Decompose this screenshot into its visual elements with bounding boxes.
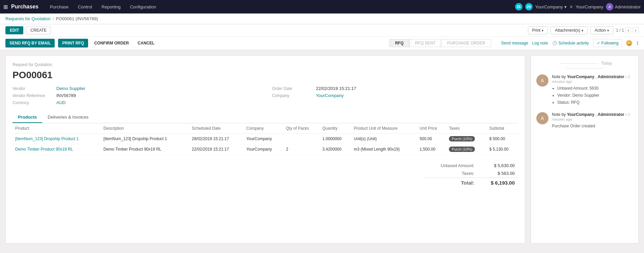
chatter-msg-body-1: Note by YourCompany , Administrator - 2 …	[552, 74, 633, 107]
taxes-value: $ 563.00	[478, 170, 517, 177]
vendor-field: Vendor Demo Supplier	[12, 86, 259, 91]
cell-product-0[interactable]: [ItemNum_123] Dropship Product 1	[12, 134, 101, 144]
create-button[interactable]: CREATE	[26, 26, 51, 34]
nav-control[interactable]: Control	[73, 0, 97, 13]
cell-scheduled-date-0: 28/02/2019 15:21:17	[189, 134, 244, 144]
cell-subtotal-0: $ 500.00	[487, 134, 518, 144]
nav-links: Purchase Control Reporting Configuration	[45, 0, 515, 13]
edit-button[interactable]: EDIT	[5, 26, 23, 34]
msg2-prefix: Note by	[552, 112, 566, 117]
page-current: 1	[616, 28, 618, 33]
company-label: Company	[272, 93, 313, 98]
following-button[interactable]: ✓ Following	[593, 39, 622, 47]
company-selector-arrow: ▾	[564, 4, 567, 9]
tab-deliveries-invoices[interactable]: Deliveries & Invoices	[42, 112, 94, 123]
col-taxes: Taxes	[446, 123, 486, 134]
page-sep: /	[619, 28, 622, 33]
form-section-title: Request for Quotation	[12, 62, 518, 67]
confirm-order-button[interactable]: CONFIRM ORDER	[91, 39, 132, 48]
order-date-label: Order Date	[272, 86, 313, 91]
status-step-rfq-sent[interactable]: RFQ SENT	[409, 39, 441, 47]
page-total: 1	[622, 28, 624, 33]
col-unit-price: Unit Price	[417, 123, 446, 134]
vendor-ref-label: Vendor Reference	[12, 93, 53, 98]
msg2-author: Administrator	[598, 112, 624, 117]
company-separator: ✕	[569, 4, 573, 9]
tabs: Products Deliveries & Invoices	[12, 112, 518, 123]
chatter-msg-header-1: Note by YourCompany , Administrator - 2 …	[552, 74, 633, 84]
cell-description-1: Demo Timber Product 90x19 RL	[101, 144, 189, 155]
cell-qty-packs-1: 2	[283, 144, 320, 155]
nav-reporting[interactable]: Reporting	[97, 0, 125, 13]
vendor-label: Vendor	[12, 86, 53, 91]
grid-icon[interactable]: ⊞	[3, 4, 8, 10]
currency-value[interactable]: AUD	[56, 100, 65, 105]
notification-badge-2[interactable]: 29	[525, 3, 533, 10]
send-message-button[interactable]: Send message	[501, 41, 528, 45]
breadcrumb-parent[interactable]: Requests for Quotation	[5, 16, 51, 21]
notification-icon[interactable]: 🔔	[626, 40, 632, 46]
following-label: Following	[601, 41, 619, 45]
cell-subtotal-1: $ 5,130.00	[487, 144, 518, 155]
attachments-button[interactable]: Attachment(s)	[551, 26, 588, 34]
page-info: 1 / 1	[616, 28, 624, 33]
chatter-avatar-2: A	[536, 112, 548, 124]
cell-description-0: [ItemNum_123] Dropship Product 1	[101, 134, 189, 144]
nav-right: 25 29 YourCompany ▾ ✕ YourCompany A Admi…	[515, 3, 641, 10]
prev-page-button[interactable]: ‹	[625, 27, 632, 33]
table-row[interactable]: [ItemNum_123] Dropship Product 1 [ItemNu…	[12, 134, 518, 144]
action-bar: EDIT CREATE Print Attachment(s) Action 1…	[0, 24, 644, 37]
status-bar: SEND RFQ BY EMAIL PRINT RFQ CONFIRM ORDE…	[0, 37, 644, 50]
checkmark-icon: ✓	[597, 41, 600, 45]
company-field: Company YourCompany	[272, 93, 518, 98]
col-subtotal: Subtotal	[487, 123, 518, 134]
vendor-value[interactable]: Demo Supplier	[56, 86, 85, 91]
action-button[interactable]: Action	[590, 26, 613, 34]
table-row[interactable]: Demo Timber Product 90x19 RL Demo Timber…	[12, 144, 518, 155]
cell-unit-price-1: 1,500.00	[417, 144, 446, 155]
next-page-button[interactable]: ›	[633, 27, 639, 33]
nav-configuration[interactable]: Configuration	[125, 0, 161, 13]
col-company: Company	[244, 123, 283, 134]
nav-purchase[interactable]: Purchase	[45, 0, 73, 13]
cell-quantity-0: 1.0000000	[320, 134, 351, 144]
vendor-ref-field: Vendor Reference INV56789	[12, 93, 259, 98]
status-step-rfq[interactable]: RFQ	[389, 39, 409, 47]
po-number: PO00061	[12, 70, 518, 81]
status-step-purchase-order[interactable]: PURCHASE ORDER	[441, 39, 491, 47]
col-uom: Product Unit of Measure	[351, 123, 417, 134]
top-navigation: ⊞ Purchases Purchase Control Reporting C…	[0, 0, 644, 13]
chatter-message-1: A Note by YourCompany , Administrator - …	[536, 74, 633, 107]
untaxed-row: Untaxed Amount: $ 5,630.00	[424, 162, 517, 169]
breadcrumb: Requests for Quotation / PO00061 (INV567…	[0, 13, 644, 24]
cell-scheduled-date-1: 22/02/2019 15:21:17	[189, 144, 244, 155]
msg1-prefix: Note by	[552, 74, 566, 79]
status-steps: RFQ RFQ SENT PURCHASE ORDER	[389, 39, 491, 47]
print-button[interactable]: Print	[528, 26, 548, 34]
cancel-button[interactable]: CANCEL	[135, 39, 157, 48]
chatter-area: Today A Note by YourCompany , Administra…	[531, 55, 639, 244]
schedule-activity-button[interactable]: 🕐 Schedule activity	[552, 41, 589, 45]
cell-uom-0: Unit(s) (Unit)	[351, 134, 417, 144]
notification-badge-1[interactable]: 25	[515, 3, 522, 10]
cell-uom-1: m3 (Mixed Length 90x19)	[351, 144, 417, 155]
chatter-today-label: Today	[536, 61, 633, 70]
company-name-right[interactable]: YourCompany	[576, 4, 603, 9]
col-qty-packs: Qty of Packs	[283, 123, 320, 134]
products-table: Product Description Scheduled Date Compa…	[12, 123, 518, 155]
cell-taxes-0: Purch (10%)	[446, 134, 486, 144]
schedule-activity-label: Schedule activity	[559, 41, 589, 45]
company-selector[interactable]: YourCompany ▾	[535, 4, 567, 9]
company-selector-name: YourCompany	[535, 4, 563, 9]
currency-field: Currency AUD	[12, 100, 259, 105]
chatter-message-2: A Note by YourCompany , Administrator - …	[536, 112, 633, 129]
log-note-button[interactable]: Log note	[532, 41, 548, 45]
admin-user[interactable]: A Administrator	[606, 3, 641, 10]
print-rfq-button[interactable]: PRINT RFQ	[58, 39, 88, 48]
chatter-avatar-1: A	[536, 74, 548, 87]
send-rfq-button[interactable]: SEND RFQ BY EMAIL	[5, 39, 55, 48]
company-value[interactable]: YourCompany	[316, 93, 344, 98]
cell-product-1[interactable]: Demo Timber Product 90x19 RL	[12, 144, 101, 155]
total-row: Total: $ 6,193.00	[424, 178, 517, 187]
tab-products[interactable]: Products	[12, 112, 42, 123]
